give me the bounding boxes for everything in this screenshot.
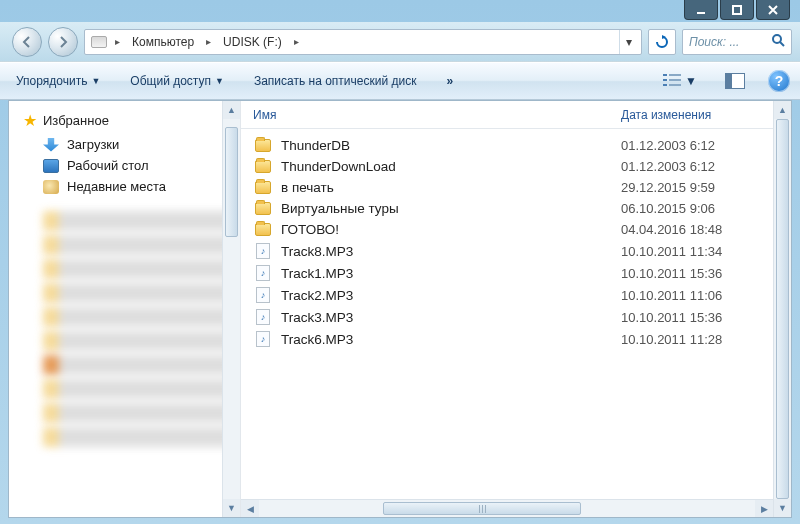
chevron-down-icon: ▼ bbox=[685, 74, 697, 88]
desktop-icon bbox=[43, 159, 59, 173]
breadcrumb-drive[interactable]: UDISK (F:) bbox=[215, 33, 290, 51]
file-row[interactable]: ГОТОВО!04.04.2016 18:48 bbox=[241, 219, 791, 240]
content-v-scrollbar[interactable]: ▲ ▼ bbox=[773, 101, 791, 517]
folder-icon bbox=[255, 139, 271, 152]
chevron-down-icon: ▼ bbox=[91, 76, 100, 86]
scroll-thumb[interactable] bbox=[225, 127, 238, 237]
close-icon bbox=[767, 4, 779, 16]
scroll-up-button[interactable]: ▲ bbox=[223, 101, 240, 119]
maximize-icon bbox=[731, 4, 743, 16]
sidebar-item-blurred[interactable] bbox=[43, 331, 232, 351]
scroll-thumb[interactable] bbox=[383, 502, 581, 515]
window-titlebar bbox=[0, 0, 800, 22]
column-header-name[interactable]: Имя bbox=[253, 108, 621, 122]
sidebar-item-desktop[interactable]: Рабочий стол bbox=[23, 155, 240, 176]
navigation-pane: ★ Избранное Загрузки Рабочий стол Недавн… bbox=[9, 101, 241, 517]
file-date: 29.12.2015 9:59 bbox=[621, 180, 791, 195]
burn-button[interactable]: Записать на оптический диск bbox=[248, 70, 423, 92]
chevron-down-icon: ▾ bbox=[626, 35, 632, 49]
back-button[interactable] bbox=[12, 27, 42, 57]
breadcrumb-sep-icon: ▸ bbox=[292, 36, 301, 47]
sidebar-item-blurred[interactable] bbox=[43, 379, 232, 399]
folder-icon bbox=[255, 223, 271, 236]
recent-places-icon bbox=[43, 180, 59, 194]
folder-icon bbox=[255, 181, 271, 194]
help-button[interactable]: ? bbox=[768, 70, 790, 92]
file-row[interactable]: Track3.MP310.10.2011 15:36 bbox=[241, 306, 791, 328]
organize-button[interactable]: Упорядочить ▼ bbox=[10, 70, 106, 92]
share-button[interactable]: Общий доступ ▼ bbox=[124, 70, 230, 92]
scroll-right-button[interactable]: ▶ bbox=[755, 500, 773, 517]
audio-file-icon bbox=[256, 309, 270, 325]
search-icon bbox=[771, 33, 785, 50]
svg-point-2 bbox=[773, 35, 781, 43]
folder-icon bbox=[255, 202, 271, 215]
column-header-date[interactable]: Дата изменения bbox=[621, 108, 791, 122]
view-mode-button[interactable]: ▼ bbox=[658, 70, 702, 92]
sidebar-item-recent[interactable]: Недавние места bbox=[23, 176, 240, 197]
refresh-button[interactable] bbox=[648, 29, 676, 55]
file-row[interactable]: ThunderDB01.12.2003 6:12 bbox=[241, 135, 791, 156]
favorites-label: Избранное bbox=[43, 113, 109, 128]
chevron-down-icon: ▼ bbox=[215, 76, 224, 86]
address-history-button[interactable]: ▾ bbox=[619, 30, 637, 54]
navigation-bar: ▸ Компьютер ▸ UDISK (F:) ▸ ▾ Поиск: ... bbox=[0, 22, 800, 62]
scroll-up-button[interactable]: ▲ bbox=[774, 101, 791, 119]
file-name: ThunderDB bbox=[281, 138, 621, 153]
scroll-left-button[interactable]: ◀ bbox=[241, 500, 259, 517]
favorites-header[interactable]: ★ Избранное bbox=[23, 111, 240, 130]
sidebar-item-blurred[interactable] bbox=[43, 307, 232, 327]
file-row[interactable]: Track6.MP310.10.2011 11:28 bbox=[241, 328, 791, 350]
file-name: Track6.MP3 bbox=[281, 332, 621, 347]
scroll-track[interactable] bbox=[259, 500, 755, 517]
preview-pane-button[interactable] bbox=[720, 70, 750, 92]
file-row[interactable]: Виртуальные туры06.10.2015 9:06 bbox=[241, 198, 791, 219]
toolbar-overflow-button[interactable]: » bbox=[440, 74, 459, 88]
scroll-track[interactable] bbox=[223, 119, 240, 499]
burn-label: Записать на оптический диск bbox=[254, 74, 417, 88]
breadcrumb-sep-icon: ▸ bbox=[204, 36, 213, 47]
column-headers: Имя Дата изменения bbox=[241, 101, 791, 129]
scroll-thumb[interactable] bbox=[776, 119, 789, 499]
breadcrumb-computer[interactable]: Компьютер bbox=[124, 33, 202, 51]
sidebar-item-downloads[interactable]: Загрузки bbox=[23, 134, 240, 155]
command-toolbar: Упорядочить ▼ Общий доступ ▼ Записать на… bbox=[0, 62, 800, 100]
file-name: Track8.MP3 bbox=[281, 244, 621, 259]
forward-button[interactable] bbox=[48, 27, 78, 57]
file-row[interactable]: Track1.MP310.10.2011 15:36 bbox=[241, 262, 791, 284]
sidebar-item-blurred[interactable] bbox=[43, 427, 232, 447]
minimize-icon bbox=[695, 4, 707, 16]
address-bar[interactable]: ▸ Компьютер ▸ UDISK (F:) ▸ ▾ bbox=[84, 29, 642, 55]
file-row[interactable]: Track8.MP310.10.2011 11:34 bbox=[241, 240, 791, 262]
file-date: 10.10.2011 11:06 bbox=[621, 288, 791, 303]
search-box[interactable]: Поиск: ... bbox=[682, 29, 792, 55]
file-name: Виртуальные туры bbox=[281, 201, 621, 216]
file-name: Track1.MP3 bbox=[281, 266, 621, 281]
refresh-icon bbox=[655, 35, 669, 49]
file-rows: ThunderDB01.12.2003 6:12ThunderDownLoad0… bbox=[241, 129, 791, 350]
file-row[interactable]: в печать29.12.2015 9:59 bbox=[241, 177, 791, 198]
scroll-track[interactable] bbox=[774, 119, 791, 499]
sidebar-item-blurred[interactable] bbox=[43, 355, 232, 375]
file-name: Track2.MP3 bbox=[281, 288, 621, 303]
audio-file-icon bbox=[256, 331, 270, 347]
minimize-button[interactable] bbox=[684, 0, 718, 20]
sidebar-item-blurred[interactable] bbox=[43, 403, 232, 423]
sidebar-item-blurred[interactable] bbox=[43, 235, 232, 255]
content-h-scrollbar[interactable]: ◀ ▶ bbox=[241, 499, 773, 517]
sidebar-scrollbar[interactable]: ▲ ▼ bbox=[222, 101, 240, 517]
search-placeholder: Поиск: ... bbox=[689, 35, 739, 49]
list-view-icon bbox=[663, 73, 681, 89]
sidebar-item-blurred[interactable] bbox=[43, 259, 232, 279]
file-name: ГОТОВО! bbox=[281, 222, 621, 237]
scroll-down-button[interactable]: ▼ bbox=[223, 499, 240, 517]
sidebar-item-blurred[interactable] bbox=[43, 211, 232, 231]
close-button[interactable] bbox=[756, 0, 790, 20]
file-row[interactable]: ThunderDownLoad01.12.2003 6:12 bbox=[241, 156, 791, 177]
scroll-down-button[interactable]: ▼ bbox=[774, 499, 791, 517]
maximize-button[interactable] bbox=[720, 0, 754, 20]
sidebar-item-blurred[interactable] bbox=[43, 283, 232, 303]
file-row[interactable]: Track2.MP310.10.2011 11:06 bbox=[241, 284, 791, 306]
audio-file-icon bbox=[256, 265, 270, 281]
downloads-icon bbox=[43, 138, 59, 152]
